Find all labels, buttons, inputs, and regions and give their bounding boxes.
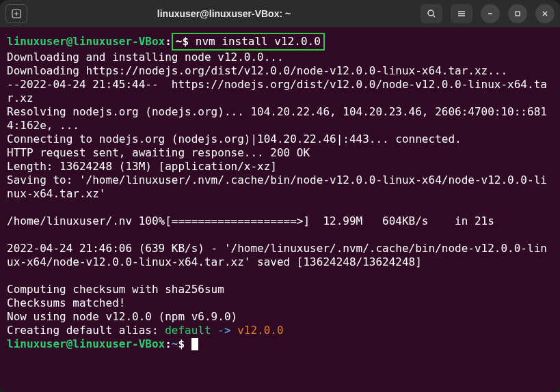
- prompt-user-host: linuxuser@linuxuser-VBox: [7, 35, 165, 48]
- output-line: HTTP request sent, awaiting response... …: [7, 146, 310, 159]
- minimize-icon: [486, 10, 494, 18]
- cursor: [191, 338, 198, 350]
- alias-default: default: [165, 324, 211, 337]
- command-text: nvm install v12.0.0: [196, 35, 321, 48]
- output-line: --2022-04-24 21:45:44-- https://nodejs.o…: [7, 78, 547, 104]
- titlebar: linuxuser@linuxuser-VBox: ~: [0, 0, 560, 27]
- prompt2-colon: :: [165, 337, 172, 350]
- maximize-icon: [514, 10, 522, 18]
- command-highlight: ~$ nvm install v12.0.0: [172, 33, 325, 51]
- output-line: 2022-04-24 21:46:06 (639 KB/s) - '/home/…: [7, 242, 547, 268]
- prompt-dollar: $: [182, 35, 189, 48]
- titlebar-right: [421, 4, 555, 23]
- prompt2-user-host: linuxuser@linuxuser-VBox: [7, 337, 165, 350]
- titlebar-left: [5, 4, 27, 23]
- terminal-window: linuxuser@linuxuser-VBox: ~: [0, 0, 560, 392]
- maximize-button[interactable]: [508, 4, 527, 23]
- new-tab-icon: [12, 9, 21, 18]
- output-line: Checksums matched!: [7, 296, 125, 309]
- alias-version: v12.0.0: [237, 324, 283, 337]
- output-line: Downloading and installing node v12.0.0.…: [7, 51, 284, 64]
- output-line: Saving to: '/home/linuxuser/.nvm/.cache/…: [7, 173, 547, 200]
- close-icon: [541, 10, 549, 18]
- svg-point-3: [428, 10, 434, 16]
- alias-prefix: Creating default alias:: [7, 324, 165, 337]
- output-line: Resolving nodejs.org (nodejs.org)... 104…: [7, 105, 547, 132]
- search-button[interactable]: [421, 4, 442, 23]
- prompt2-dollar: $: [178, 337, 185, 350]
- hamburger-icon: [457, 9, 466, 18]
- menu-button[interactable]: [451, 4, 472, 23]
- alias-arrow: ->: [211, 324, 238, 337]
- minimize-button[interactable]: [481, 4, 500, 23]
- output-line: Downloading https://nodejs.org/dist/v12.…: [7, 64, 507, 77]
- output-line: Now using node v12.0.0 (npm v6.9.0): [7, 310, 237, 323]
- search-icon: [427, 9, 436, 18]
- close-button[interactable]: [535, 4, 555, 23]
- svg-line-4: [433, 15, 435, 17]
- terminal-output[interactable]: linuxuser@linuxuser-VBox:~$ nvm install …: [0, 27, 560, 392]
- output-line: Computing checksum with sha256sum: [7, 283, 224, 296]
- window-title: linuxuser@linuxuser-VBox: ~: [33, 8, 415, 19]
- svg-rect-9: [516, 12, 520, 16]
- prompt-colon: :: [165, 35, 172, 48]
- output-line: Connecting to nodejs.org (nodejs.org)|10…: [7, 132, 462, 145]
- output-line: /home/linuxuser/.nv 100%[===============…: [7, 214, 494, 227]
- new-tab-button[interactable]: [5, 4, 27, 23]
- output-line: Length: 13624248 (13M) [application/x-xz…: [7, 160, 277, 173]
